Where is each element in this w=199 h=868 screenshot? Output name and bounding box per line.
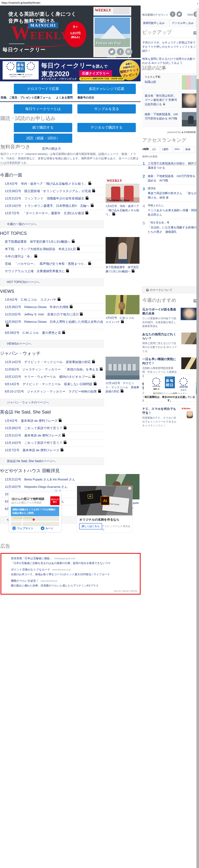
article-link[interactable]: 11月23日号 Jeffrey S. Irish 若者の力で地方に活力	[5, 313, 79, 316]
ad-title[interactable]: ポイント交換がおトクなカードwww.lifecard.co.jp	[11, 568, 140, 571]
article-link[interactable]: 米下院、トランプ大統領を弾劾訴追 米史上3人目	[5, 247, 76, 251]
thumbnail-caption[interactable]: 12月14日号 デイビッド・マックニール 原発事故後の対応	[106, 381, 140, 394]
scrollbar-up-arrow[interactable]: ▲	[197, 3, 198, 4]
facebook-icon[interactable]: f	[117, 48, 124, 55]
ad-info-icon[interactable]: i	[128, 487, 131, 490]
recommend-item[interactable]: あなたの信用力はどれくらい？簡単な質問に答えるだけで信用力が点数でわかる AIス…	[142, 330, 198, 355]
recommend-title[interactable]: 元カウボーイが語る畜産業の未来	[142, 308, 178, 316]
hoken-ad-title[interactable]: 'ほけんの窓口'で無料相談	[11, 497, 45, 501]
twitter-icon[interactable]	[108, 48, 115, 55]
about-weekly-button[interactable]: 毎日ウィークリーとは	[14, 104, 72, 114]
article-link[interactable]: 1月4日号 寺内・坂井ペア「飛び込み五輪初メダル狙う」	[5, 182, 87, 185]
adobe-ad[interactable]: Michael Smith. Ai i オリジナルの名刺を作るなら 詳しくはこち…	[77, 486, 133, 532]
article-link[interactable]: 英下院選総選挙 保守党圧勝で1月にEU離脱へ	[5, 240, 70, 244]
article-link[interactable]: 9月14日号 デイビッド・マックニール 収束しない日韓問題	[5, 382, 92, 386]
section-more-button[interactable]: 〉VIEWSのページへ	[0, 340, 104, 348]
ad-close-icon[interactable]: X	[59, 489, 61, 492]
topic-title[interactable]: 維新・下地衆院議員、100万円受領を認める IR汚職	[145, 113, 178, 120]
article-link[interactable]: 12月21日号 Berta Pujado さん& Iris Rossell さん	[5, 478, 75, 481]
paper-subscribe-button[interactable]: 紙で購読する	[14, 123, 72, 132]
hero-banner[interactable]: 使える英語が楽しく身につく 音声も無料で聞ける WEEKLY MAINICHI …	[0, 5, 141, 58]
article-link[interactable]: 12月28日号 Rebecca Otowa 年末の大掃除	[5, 305, 68, 309]
article-link[interactable]: 12月21日号 基本単語 de 便利フレーズ	[5, 434, 61, 437]
url-bar[interactable]: https://mainichi.jp/weekly/#main	[1, 1, 40, 4]
tadoku-apply-button[interactable]: 多読チャレンジで応募	[77, 84, 136, 94]
article-link[interactable]: 10月26日号 Rebecca Otowa 日本人男性と結婚した外国人女性の会	[5, 320, 103, 323]
article-link[interactable]: 11月9日号 ジャスティン・マッカリー 「表現の自由」を考える	[5, 368, 98, 371]
article-link[interactable]: 12月14日号 デイビッド・マックニール 原発事故後の対応	[5, 360, 91, 364]
ranking-item[interactable]: 3講演会事故で両足切断の鈴木さん 「誰もが輝ける」体現	[142, 185, 198, 202]
article-link[interactable]: 12月7日号 基本単語 de 便利フレーズ	[5, 448, 59, 452]
section-more-button[interactable]: 〉今週の一面のページへ	[0, 220, 104, 228]
topic-card[interactable]: りえさん手帖知識は鎧	[142, 73, 198, 90]
thumbnail-caption[interactable]: 英下院選総選挙 保守党圧勝で1月にEU離脱へ	[106, 265, 140, 274]
thumbnail-image[interactable]	[106, 295, 140, 314]
ranking-title[interactable]: 事故で両足切断の鈴木さん 「誰もが輝ける」体現	[148, 191, 198, 200]
ad-title[interactable]: 安倍首相「日本は五輪後に破綻」keieikagakupub.com	[11, 557, 140, 560]
ranking-tab-1日[interactable]: 1日〉	[150, 147, 160, 152]
section-more-button[interactable]: 〉英会話 He Said, She Saidのページへ	[0, 458, 104, 465]
ranking-tab-SNS[interactable]: SNS〉	[173, 147, 183, 152]
recommend-title[interactable]: ＰＣ、スマホを何台でも守る！	[142, 407, 178, 415]
scrollbar-thumb[interactable]	[196, 8, 199, 79]
thumbnail-caption[interactable]: 1月4日号 寺内・坂井ペア「飛び込み五輪初メダル狙う」	[106, 204, 140, 217]
section-more-button[interactable]: 〉HOT TOPICSのページへ	[0, 278, 104, 286]
topic-card[interactable]: 維新・下地衆院議員、100万円受領を認める IR汚職	[142, 110, 198, 127]
article-link[interactable]: 今年の漢字は「令」	[5, 255, 33, 258]
article-link[interactable]: 10月12日号 ケリー・ウェザーリル 都内のタピオカブーム	[5, 375, 91, 378]
adobe-detail-button[interactable]: 詳しくはこちら	[79, 523, 102, 529]
ranking-title[interactable]: 三宅雪子元衆院議員が自殺か 都内で遺体見つかる	[148, 161, 198, 170]
digital-subscribe-button[interactable]: デジタルで購読する	[77, 123, 136, 132]
audio-howto-link[interactable]: 音声の聞き方	[42, 147, 61, 151]
crossword-apply-button[interactable]: クロスワードで応募	[14, 84, 72, 94]
article-link[interactable]: 8月10-17日号 ジャスティン・マッカリー ラグビーW杯の効果	[5, 390, 97, 393]
ad-title[interactable]: 腰痛がつらい方必見！www.alinamin.jp	[11, 579, 140, 583]
ranking-item[interactable]: 2維新・下地衆院議員、100万円受領を認める IR汚職	[142, 172, 198, 185]
hoken-ad[interactable]: ⓘ X 'ほけんの窓口'で無料相談 ほけんの窓口アコス草加店 ほけんの窓口 保険…	[8, 490, 61, 532]
ranking-tab-動画[interactable]: 動画〉	[184, 147, 195, 152]
article-link[interactable]: 12月7日号 「ターミネーター」最新作 主演2人が復活	[5, 211, 84, 215]
tokyo2020-campaign-banner[interactable]: MAINICHI 新毎聞日 TOKYO 2020 PARALYMPIC GAME…	[0, 59, 141, 81]
powered-by[interactable]: powered by ◆ CXENSE	[167, 131, 196, 133]
hoken-route-button[interactable]: ルート	[35, 526, 59, 530]
view-sample-button[interactable]: サンプルを見る	[77, 104, 136, 114]
ranking-item[interactable]: 4学校とわたしテニスあきらめ東大挑戦＝俳優・岡田龍太郎さん	[142, 202, 198, 219]
hoken-website-button[interactable]: ウェブサイト	[11, 526, 35, 530]
topic-card[interactable]: 森法相「密出国は犯罪」ゴーン被告逃亡で 刑事司法批判退ける	[142, 91, 198, 108]
article-link[interactable]: 12月21日号 フィンランド 現職最年少の女性首相誕生	[5, 197, 84, 200]
ads-by-label[interactable]: Ads by Yahoo! JAPAN	[114, 590, 137, 592]
quick-link[interactable]: 最新号の目次	[78, 96, 94, 99]
lock-mark-note[interactable]: のマークについて	[142, 286, 198, 293]
section-more-button[interactable]: 〉ジャパン・ウォッチのページへ	[0, 399, 104, 406]
article-link[interactable]: 茨城 「バカヤロー」 罵声飛び交う奇祭「悪態まつり」	[5, 262, 87, 266]
thumbnail-image[interactable]	[106, 356, 140, 380]
thumbnail-image[interactable]	[106, 237, 140, 264]
pickup-item[interactable]: 子供のスマホ、セキュリティ対策は万全ですか？イチ押しのセキュリティソフトをご紹介…	[142, 39, 196, 55]
thumbnail-image[interactable]: WEEKLYThe Drive to Dive	[106, 178, 140, 203]
article-link[interactable]: 12月28日号 これって英語で何て言う？	[5, 426, 62, 430]
business-cards-image[interactable]: Michael Smith. Ai	[77, 486, 132, 516]
ranking-item[interactable]: 5「桜を見る会」考「合法的」に公文書を隠蔽する政権のたちの悪さ 瀬畑源氏	[142, 219, 198, 236]
ranking-item[interactable]: 1三宅雪子元衆院議員が自殺か 都内で遺体見つかる	[142, 159, 198, 172]
article-link[interactable]: サウジアラムコ上場 企業価値世界最大に	[5, 270, 65, 273]
ranking-title[interactable]: テニスあきらめ東大挑戦＝俳優・岡田龍太郎さん	[148, 208, 198, 217]
article-link[interactable]: 12月14日号 これって英語で何て言う？	[5, 441, 62, 444]
digital-signup-button[interactable]: デジタル申し込み	[169, 19, 196, 27]
recommend-title[interactable]: 一日も早い帰国の実現に向けて！	[142, 357, 178, 365]
ranking-tab-1週間[interactable]: 1週間〉	[161, 147, 172, 152]
recommend-title[interactable]: あなたの信用力はどれくらい？	[142, 332, 178, 340]
ranking-title[interactable]: 維新・下地衆院議員、100万円受領を認める IR汚職	[148, 174, 198, 183]
article-link[interactable]: 12月14日号 トランポリン森選手、日本勢個人初V 五輪へ	[5, 204, 90, 208]
ranking-title[interactable]: 「合法的」に公文書を隠蔽する政権のたちの悪さ 瀬畑源氏	[148, 225, 198, 234]
thumbnail-caption[interactable]: 1月4日号 C.W.ニコル スズメバチ	[106, 316, 140, 324]
ranking-tab-1時間[interactable]: 1時間	[142, 147, 150, 152]
trial-button[interactable]: 試読（紙版・1回分）	[14, 133, 72, 143]
article-link[interactable]: 1月4日号 C.W.ニコル スズメバチ	[5, 298, 56, 302]
topic-title[interactable]: 知識は鎧	[145, 80, 156, 83]
article-link[interactable]: 1月4日号 基本単語 de 便利フレーズ	[5, 419, 57, 423]
recommend-item[interactable]: ＰＣ、スマホを何台でも守る！同居家族のＰＣ、スマホに何台でもインストールできるセ…	[142, 405, 198, 430]
article-link[interactable]: 12月28日号 国立競技場「オリンピックスタジアム」が完成	[5, 189, 91, 193]
scrollbar-track[interactable]: ▲	[196, 0, 199, 868]
article-link[interactable]: 9月28日号 C.W.ニコル 夏の景色と雷	[5, 331, 61, 335]
quick-link[interactable]: 投稿、ご意見・プレゼント応募フォーム	[1, 96, 51, 99]
